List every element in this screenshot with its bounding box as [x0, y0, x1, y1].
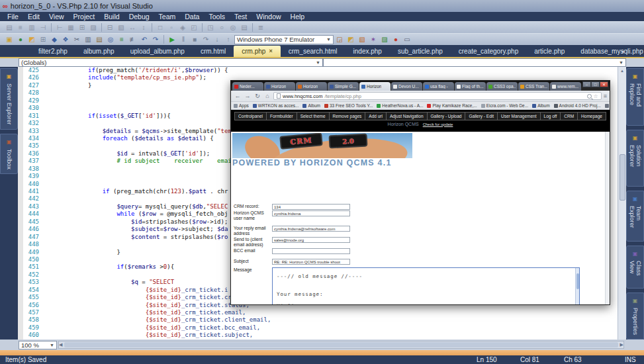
- minimize-button[interactable]: –: [582, 81, 591, 87]
- size-width-icon[interactable]: ▫: [166, 23, 177, 32]
- nav-button-add-url[interactable]: Add url: [365, 112, 386, 120]
- mail-icon[interactable]: ▧: [357, 34, 367, 44]
- message-textarea[interactable]: ---// old message //---- Your message: H…: [272, 267, 580, 304]
- split-icon[interactable]: ▧: [116, 23, 126, 32]
- columns-icon[interactable]: ▨: [88, 23, 99, 32]
- tab-album-php[interactable]: album.php: [75, 46, 122, 57]
- scrollbar-thumb[interactable]: [64, 342, 618, 347]
- menu-help[interactable]: Help: [286, 12, 310, 21]
- bookmark-item[interactable]: Android 4.0 HD Proj...: [554, 103, 601, 108]
- browser-tab[interactable]: CSS3 opa...: [486, 82, 518, 91]
- editor-horizontal-scrollbar[interactable]: ◀ ▶: [58, 341, 624, 349]
- bookmark-star-icon[interactable]: ☆: [594, 93, 598, 99]
- list-icon[interactable]: ≣: [255, 23, 266, 32]
- menu-edit[interactable]: Edit: [23, 12, 44, 21]
- menu-team[interactable]: Team: [154, 12, 181, 21]
- nav-button-select-theme[interactable]: Select theme: [297, 112, 329, 120]
- rail-tab-team-explorer[interactable]: ▣Team Explorer: [626, 191, 644, 242]
- align-left-icon[interactable]: ▤: [4, 23, 15, 32]
- home-icon[interactable]: ⌂: [263, 93, 271, 99]
- group-icon[interactable]: ○: [216, 23, 227, 32]
- menu-window[interactable]: Window: [252, 12, 285, 21]
- add-item-icon[interactable]: ⊞: [38, 34, 48, 44]
- bookmark-item[interactable]: Apps: [234, 103, 249, 108]
- nav-button-user-management[interactable]: User Management: [497, 112, 539, 120]
- browser-tab[interactable]: usa flag -: [423, 82, 454, 91]
- nav-button-gallery-upload[interactable]: Gallery - Upload: [427, 112, 465, 120]
- menu-debug[interactable]: Debug: [124, 12, 154, 21]
- menu-view[interactable]: View: [44, 12, 69, 21]
- save-icon[interactable]: ◆: [49, 34, 60, 44]
- format-icon[interactable]: ▦: [66, 23, 76, 32]
- scrollbar-thumb[interactable]: [620, 154, 625, 201]
- field-input-subject[interactable]: RE: RE: Horizon QCMS trouble shoot: [272, 259, 350, 265]
- step-into-icon[interactable]: ↓: [212, 34, 222, 44]
- scroll-right-icon[interactable]: ▶: [620, 342, 623, 347]
- bookmark-item[interactable]: Play Kamikaze Race,...: [427, 103, 477, 108]
- tab-create_category-php[interactable]: create_category.php: [451, 46, 526, 57]
- check-update-link[interactable]: Check for update: [423, 122, 453, 126]
- breakpoint-margin[interactable]: [18, 67, 23, 340]
- align-right-icon[interactable]: ▥: [26, 23, 37, 32]
- menu-file[interactable]: File: [3, 12, 23, 21]
- browser-tab[interactable]: CSS Tran...: [518, 82, 549, 91]
- rail-tab-class-view[interactable]: ▣Class View: [626, 246, 644, 289]
- lock-icon[interactable]: ◈: [177, 23, 188, 32]
- rail-tab-find-and-replace[interactable]: ▣Find and Replace: [626, 68, 644, 126]
- menu-data[interactable]: Data: [180, 12, 204, 21]
- browser-tab[interactable]: Neder...: [232, 82, 263, 91]
- tab-sub_article-php[interactable]: sub_article.php: [390, 46, 451, 57]
- paste-icon[interactable]: ▤: [94, 34, 105, 44]
- console-icon[interactable]: ▭: [402, 34, 412, 44]
- zoom-dropdown[interactable]: 100 % ▼: [19, 341, 57, 349]
- page-scrollbar[interactable]: [605, 132, 610, 304]
- browser-menu-icon[interactable]: ≡: [604, 93, 607, 99]
- field-input-crm-record-[interactable]: 134: [272, 204, 350, 210]
- open-file-icon[interactable]: ◩: [26, 34, 37, 44]
- browser-tab[interactable]: Simple G...: [328, 82, 359, 91]
- tab-index-php[interactable]: index.php: [345, 46, 390, 57]
- close-button[interactable]: ✕: [600, 81, 608, 87]
- browser-tab[interactable]: Devon U...: [391, 82, 422, 91]
- new-web-icon[interactable]: ●: [15, 34, 26, 44]
- bookmark-item[interactable]: Album: [302, 103, 320, 108]
- table-icon[interactable]: ▤: [239, 23, 250, 32]
- nav-button-remove-pages[interactable]: Remove pages: [329, 112, 365, 120]
- scope-dropdown[interactable]: (Globals) ▼: [19, 58, 323, 67]
- browser-tab[interactable]: Horizon: [296, 82, 327, 91]
- tab-article-php[interactable]: article.php: [526, 46, 573, 57]
- save-all-icon[interactable]: ❖: [60, 34, 71, 44]
- publish-icon[interactable]: ◲: [334, 34, 345, 44]
- nav-button-formbuilder[interactable]: Formbuilder: [266, 112, 297, 120]
- rail-tab-toolbox[interactable]: ▣Toolbox: [0, 134, 18, 174]
- menu-build[interactable]: Build: [99, 12, 124, 21]
- back-icon[interactable]: ←: [234, 93, 242, 99]
- scroll-left-icon[interactable]: ◀: [59, 342, 62, 347]
- browser-tab[interactable]: Horizon: [264, 82, 295, 91]
- forward-icon[interactable]: →: [244, 93, 252, 99]
- bookmark-item[interactable]: 33 Free SEO Tools Y...: [324, 103, 373, 108]
- editor-vertical-scrollbar[interactable]: ▲: [618, 67, 626, 340]
- bookmark-item[interactable]: VMware Player: Run ...: [605, 103, 610, 108]
- nav-button-homepage[interactable]: Homepage: [577, 112, 606, 120]
- refresh-icon[interactable]: ↻: [253, 93, 261, 99]
- size-same-icon[interactable]: □: [155, 23, 165, 32]
- space-v-icon[interactable]: ↕: [138, 23, 149, 32]
- ungroup-icon[interactable]: ◎: [228, 23, 238, 32]
- tab-crm_search-html[interactable]: crm_search.html: [281, 46, 345, 57]
- nav-button-crm[interactable]: CRM: [560, 112, 577, 120]
- bookmark-item[interactable]: Album: [532, 103, 549, 108]
- undo-icon[interactable]: ↶: [139, 34, 150, 44]
- tab-database_mysqli-php[interactable]: database_mysqli.php: [573, 46, 644, 57]
- field-input-your-reply-email-address[interactable]: cynthia.fridsma@refrisoftware.com: [272, 226, 350, 232]
- nav-button-gallery-edit[interactable]: Gallery - Edit: [465, 112, 497, 120]
- tab-crm-php[interactable]: crm.php×: [234, 46, 280, 57]
- nav-button-log-off[interactable]: Log off: [540, 112, 561, 120]
- error-list-icon[interactable]: ●: [391, 34, 401, 44]
- emulator-dropdown[interactable]: Windows Phone 7 Emulator▼: [234, 35, 334, 44]
- tab-filter2-php[interactable]: filter2.php: [30, 46, 75, 57]
- outdent-icon[interactable]: ⊢: [54, 23, 65, 32]
- nav-button-adjust-navigation[interactable]: Adjust Navigation: [386, 112, 427, 120]
- settings-icon[interactable]: ✶: [368, 34, 379, 44]
- menu-test[interactable]: Test: [230, 12, 252, 21]
